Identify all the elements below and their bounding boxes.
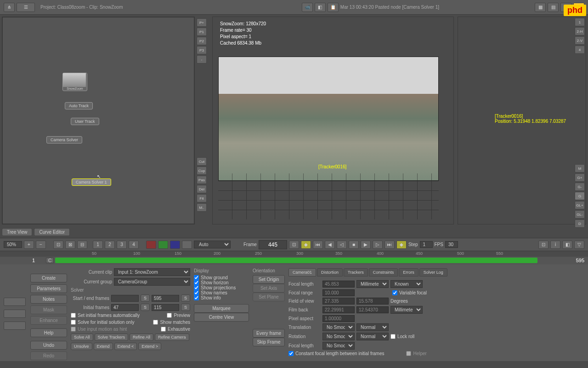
show-horizon-check[interactable]	[194, 280, 199, 285]
trackers-tab[interactable]: Trackers	[344, 268, 368, 276]
initial1-input[interactable]	[111, 304, 139, 311]
paste-button[interactable]: Pas	[197, 176, 207, 184]
cube-icon[interactable]: ◧	[315, 3, 326, 12]
show-projections-check[interactable]	[194, 285, 199, 290]
initial-only-check[interactable]	[71, 320, 76, 325]
p2-button[interactable]: P2	[197, 37, 207, 45]
current-clip-select[interactable]: Input 1: SnowZoom	[114, 268, 190, 276]
trans-normal-select[interactable]: Normal	[356, 323, 389, 331]
cut-button[interactable]: Cut	[197, 157, 207, 166]
nav3-button[interactable]: ⊟	[77, 241, 87, 249]
parameters-button[interactable]: Parameters	[30, 284, 67, 293]
fb1-input[interactable]	[322, 306, 355, 313]
layout-2h-button[interactable]: 2-H	[575, 27, 585, 35]
zoom-out-button[interactable]: −	[36, 241, 46, 249]
solve-trackers-button[interactable]: Solve Trackers	[95, 334, 129, 341]
focal-range-input[interactable]	[322, 289, 355, 296]
tree-view-tab[interactable]: Tree View	[2, 228, 32, 236]
s2-button[interactable]: S	[181, 294, 190, 302]
step-back-button[interactable]: ◀	[325, 241, 335, 249]
fov1-input[interactable]	[322, 298, 355, 305]
node-graph-panel[interactable]: SnowZoom Auto Track User Track Camera So…	[2, 17, 195, 224]
m-view-button[interactable]: M	[575, 164, 585, 172]
nav1-button[interactable]: ⊡	[53, 241, 63, 249]
solve-all-button[interactable]: Solve All	[71, 334, 93, 341]
undo-button[interactable]: Undo	[30, 341, 67, 350]
p1-button[interactable]: P1	[197, 28, 207, 36]
g-button[interactable]: G	[575, 192, 585, 200]
s3-button[interactable]: S	[141, 304, 150, 311]
distortion-tab[interactable]: Distortion	[317, 268, 343, 276]
show-info-check[interactable]	[194, 295, 199, 300]
step-field[interactable]	[420, 241, 433, 248]
create-button[interactable]: Create	[30, 274, 67, 282]
camsolver-node[interactable]: Camera Solver	[46, 136, 82, 144]
redo-button[interactable]: Redo	[30, 351, 67, 360]
skip-frame-button[interactable]: Skip Frame	[253, 338, 285, 346]
timeline-track[interactable]: 50 100 150 200 250 300 350 400 450 500 5…	[0, 251, 588, 264]
p-minus-button[interactable]: -	[197, 55, 207, 63]
every-frame-button[interactable]: Every frame	[253, 329, 285, 338]
tool-node-icon[interactable]: ⋔	[4, 3, 15, 12]
key-fwd-button[interactable]: ◆	[396, 241, 407, 249]
autotrack-node[interactable]: Auto Track	[65, 102, 93, 109]
layout-1-button[interactable]: 1	[575, 18, 585, 26]
mode-select[interactable]: Auto	[194, 241, 231, 248]
set-origin-button[interactable]: Set Origin	[253, 275, 285, 284]
usertrack-node[interactable]: User Track	[71, 118, 99, 125]
goto-start-button[interactable]: ⏮	[313, 241, 323, 249]
gminus-button[interactable]: G-	[575, 183, 585, 191]
start-frame-input[interactable]	[111, 295, 139, 302]
trans-smooth-select[interactable]: No Smooth	[322, 323, 355, 331]
stop-button[interactable]: ■	[349, 241, 359, 249]
zoom-field[interactable]	[4, 241, 22, 248]
play-back-button[interactable]: ◁	[337, 241, 347, 249]
layout-4-button[interactable]: 4	[575, 46, 585, 54]
prj-icon[interactable]	[4, 322, 26, 330]
delete-button[interactable]: Del	[197, 185, 207, 193]
show-ground-check[interactable]	[194, 275, 199, 280]
p3-button[interactable]: P3	[197, 46, 207, 54]
opt3-button[interactable]: ◧	[562, 241, 572, 249]
info-button[interactable]: i	[550, 241, 560, 249]
layout2-icon[interactable]: ▤	[548, 3, 559, 12]
refine-all-button[interactable]: Refine All	[130, 334, 153, 341]
lock-roll-check[interactable]	[390, 334, 396, 339]
set-axis-button[interactable]: Set Axis	[253, 284, 285, 293]
pixel-aspect-input[interactable]	[322, 315, 355, 322]
end-frame-input[interactable]	[152, 295, 179, 302]
notes-button[interactable]: Notes	[30, 295, 67, 304]
camsolver1-node[interactable]: Camera Solver 1	[72, 178, 111, 186]
camera01-tab[interactable]: Camera01	[288, 268, 316, 276]
extend-right-button[interactable]: Extend >	[138, 343, 161, 350]
glplus-button[interactable]: GL+	[575, 201, 585, 209]
glminus-button[interactable]: GL-	[575, 210, 585, 218]
m-button[interactable]: M..	[197, 203, 207, 212]
exhaustive-check[interactable]	[161, 327, 166, 332]
preview-check[interactable]	[167, 313, 172, 318]
red-channel-button[interactable]	[146, 241, 156, 249]
show-names-check[interactable]	[194, 290, 199, 295]
green-channel-button[interactable]	[158, 241, 168, 249]
hint-check[interactable]	[71, 327, 76, 332]
known-select[interactable]: Known	[390, 280, 423, 288]
layout1-icon[interactable]: ▦	[535, 3, 546, 12]
focal-length-input[interactable]	[322, 281, 355, 288]
zoom-in-button[interactable]: +	[24, 241, 34, 249]
nav2-button[interactable]: ⊠	[65, 241, 75, 249]
fps-field[interactable]	[445, 241, 458, 248]
constraints-tab[interactable]: Constraints	[369, 268, 398, 276]
step-fwd-button[interactable]: ▷	[373, 241, 383, 249]
curve-editor-tab[interactable]: Curve Editor	[34, 228, 70, 236]
set-plane-button[interactable]: Set Plane	[253, 293, 285, 301]
gplus-button[interactable]: G+	[575, 173, 585, 182]
focal-unit-select[interactable]: Millimeters	[356, 280, 389, 288]
errors-tab[interactable]: Errors	[399, 268, 418, 276]
extend-left-button[interactable]: Extend <	[114, 343, 137, 350]
auto-initial-check[interactable]	[71, 313, 76, 318]
key-button[interactable]: ◆	[301, 241, 311, 249]
page3-button[interactable]: 3	[117, 241, 127, 249]
show-matches-check[interactable]	[153, 320, 158, 325]
opt4-button[interactable]: ▽	[574, 241, 584, 249]
p-plus-button[interactable]: P+	[197, 18, 207, 27]
